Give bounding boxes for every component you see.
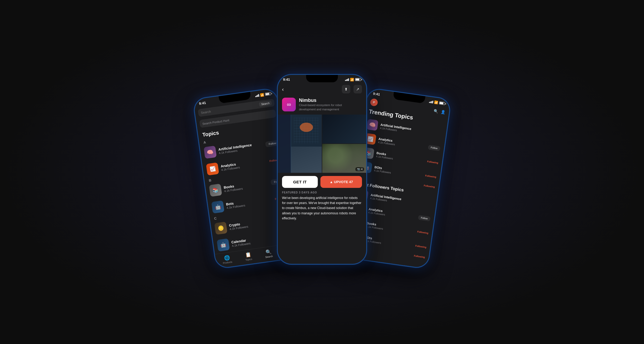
search-button-left[interactable]: Search xyxy=(259,101,272,107)
calendar-info-left: Calendar 4.1k Followers xyxy=(231,234,278,247)
status-icons-right: 📶 xyxy=(429,99,445,105)
following-extra-right-2[interactable]: Following xyxy=(414,255,425,259)
back-button[interactable]: ‹ xyxy=(282,86,284,92)
export-button[interactable]: ↗ xyxy=(354,85,362,93)
photo-count: 4 xyxy=(361,168,363,171)
ai-icon-right-1: 🧠 xyxy=(366,119,378,131)
topics-tab-icon: 📋 xyxy=(245,252,252,258)
tab-topics[interactable]: 📋 Topics xyxy=(244,251,252,261)
search-icon-right[interactable]: 🔍 xyxy=(433,109,439,114)
following-bots-right-1[interactable]: Following xyxy=(425,174,436,178)
product-info: Nimbus Cloud-based ecosystem for robot d… xyxy=(299,98,352,111)
product-logo: ∞ xyxy=(282,98,296,111)
follow-analytics-right-2[interactable]: Follow xyxy=(418,215,431,221)
product-header: ∞ Nimbus Cloud-based ecosystem for robot… xyxy=(278,96,366,115)
screenshot-gallery: 📷 4 xyxy=(278,115,366,173)
battery-icon-center xyxy=(355,78,361,81)
following-books-right-2[interactable]: Following xyxy=(417,230,428,234)
share-button[interactable]: ⬆ xyxy=(342,85,350,93)
books-icon-left: 📚 xyxy=(209,184,222,197)
ph-search-placeholder: Search Porduct Hunt xyxy=(202,119,230,125)
robot-ui xyxy=(278,115,322,173)
detail-header: ‹ ⬆ ↗ xyxy=(278,83,366,96)
screenshot-grid xyxy=(278,115,366,173)
products-tab-label: Products xyxy=(223,261,232,265)
status-time-left: 9:41 xyxy=(199,101,206,106)
status-icons-center: 📶 xyxy=(345,78,361,82)
analytics-info-left: Analytics 4.1k Followers xyxy=(220,158,267,171)
books-info-left: Books 4.1k Followers xyxy=(223,179,269,192)
robot-main xyxy=(291,115,322,147)
ai-info-left: Artificial Intelligence 4.1k Followers xyxy=(218,141,263,155)
tab-products[interactable]: 🌐 Products xyxy=(222,254,232,265)
ph-logo: P xyxy=(370,98,378,107)
search-tab-label: Search xyxy=(265,255,273,259)
wifi-icon-left: 📶 xyxy=(260,93,264,97)
notch-center xyxy=(306,75,338,82)
signal-icon-left xyxy=(255,94,259,97)
status-time-right: 9:41 xyxy=(373,92,380,96)
battery-icon-left xyxy=(265,92,271,96)
battery-icon-right xyxy=(439,101,445,105)
phones-container: 9:41 📶 Search xyxy=(192,77,452,267)
following-bots-right-2[interactable]: Following xyxy=(415,245,427,249)
camera-emoji: 📷 xyxy=(357,168,360,171)
crypto-icon-left: 🪙 xyxy=(214,221,227,235)
product-description-header: Cloud-based ecosystem for robot developm… xyxy=(299,103,352,111)
following-extra-right[interactable]: Following xyxy=(424,184,435,188)
ai-icon-left: 🧠 xyxy=(204,146,217,159)
bots-icon-left: 🤖 xyxy=(211,200,225,214)
follow-analytics-right[interactable]: Follow xyxy=(428,145,441,151)
tab-search[interactable]: 🔍 Search xyxy=(264,248,273,259)
product-description-body: We've been developing artificial intelli… xyxy=(278,196,366,221)
products-tab-icon: 🌐 xyxy=(223,255,230,261)
right-header-actions: 🔍 👤 xyxy=(433,109,446,115)
robot-blob xyxy=(300,123,313,132)
get-it-button[interactable]: GET IT xyxy=(282,176,318,188)
action-buttons: GET IT ▲ UPVOTE 47 xyxy=(278,173,366,191)
screenshot-dark-ui xyxy=(278,115,322,173)
center-phone: 9:41 📶 ‹ ⬆ ↗ xyxy=(277,74,367,265)
screenshot-main xyxy=(278,115,322,173)
analytics-icon-left: 📈 xyxy=(206,162,219,176)
screenshot-top-right xyxy=(322,115,366,143)
upvote-button[interactable]: ▲ UPVOTE 47 xyxy=(320,176,362,188)
following-books-right-1[interactable]: Following xyxy=(427,160,439,164)
person-icon-right[interactable]: 👤 xyxy=(441,110,446,114)
screenshot-dark-small xyxy=(322,115,366,143)
featured-label: FEATURED 3 DAYS AGO xyxy=(278,191,366,196)
status-time-center: 9:41 xyxy=(283,78,290,82)
description-text: We've been developing artificial intelli… xyxy=(282,196,361,220)
signal-icon-center xyxy=(345,78,349,81)
search-tab-icon: 🔍 xyxy=(265,249,272,255)
calendar-icon-left: 🤖 xyxy=(217,238,230,252)
signal-icon-right xyxy=(429,100,433,103)
bots-info-left: Bots 4.1k Followers xyxy=(226,196,273,209)
photo-count-overlay: 📷 4 xyxy=(355,167,364,171)
robot-sidebar xyxy=(278,115,291,173)
status-icons-left: 📶 xyxy=(255,92,271,98)
center-screen: ‹ ⬆ ↗ ∞ Nimbus Cloud-based ecosystem for… xyxy=(278,83,366,264)
crypto-info-left: Crypto 4.1k Followers xyxy=(229,217,275,231)
product-name: Nimbus xyxy=(299,98,352,103)
header-actions: ⬆ ↗ xyxy=(342,85,362,93)
wifi-icon-right: 📶 xyxy=(434,100,439,105)
wifi-icon-center: 📶 xyxy=(350,78,354,82)
topics-tab-label: Topics xyxy=(245,258,252,261)
